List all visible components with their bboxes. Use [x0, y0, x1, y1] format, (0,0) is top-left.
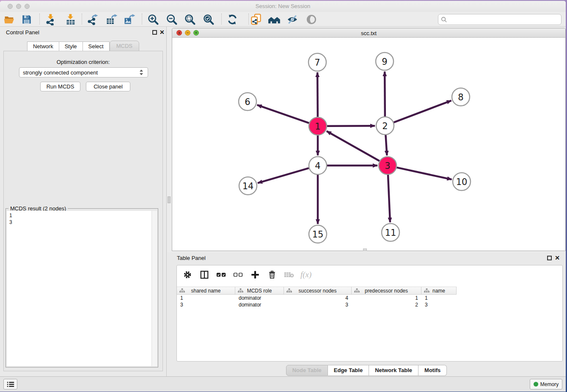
unselect-all-button[interactable]: [233, 269, 244, 280]
open-session-button[interactable]: [2, 13, 17, 26]
task-history-button[interactable]: [3, 379, 17, 389]
node-label-10: 10: [456, 177, 468, 187]
tab-motifs[interactable]: Motifs: [418, 365, 447, 376]
tab-select[interactable]: Select: [83, 41, 110, 52]
zoom-out-icon: [166, 14, 178, 25]
add-column-button[interactable]: [250, 269, 261, 280]
export-table-button[interactable]: [104, 13, 118, 26]
import-table-button[interactable]: [63, 13, 78, 26]
cell: 3: [421, 301, 457, 308]
save-floppy-icon: [21, 14, 32, 25]
columns-icon: [200, 270, 209, 279]
edge-3-11[interactable]: [388, 175, 390, 222]
run-mcds-button[interactable]: Run MCDS: [40, 82, 80, 91]
memory-status-icon: [534, 382, 538, 386]
node-label-3: 3: [385, 161, 390, 171]
node-label-8: 8: [458, 92, 463, 102]
select-all-button[interactable]: [216, 269, 227, 280]
horizontal-split-grip[interactable]: [363, 248, 367, 251]
column-header-predecessor-nodes[interactable]: predecessor nodes: [352, 287, 421, 295]
table-row[interactable]: 3dominator323: [177, 301, 457, 308]
table-toolbar: f(x): [177, 265, 562, 284]
close-panel-icon[interactable]: ✕: [160, 29, 165, 36]
edge-1-6[interactable]: [257, 105, 309, 123]
column-header-MCDS-role[interactable]: MCDS role: [235, 287, 284, 295]
apply-layout-button[interactable]: [225, 13, 239, 26]
cell: 1: [352, 295, 421, 301]
result-scrollbar[interactable]: [151, 211, 157, 366]
cell: dominator: [235, 295, 284, 301]
float-table-panel-icon[interactable]: [547, 256, 552, 260]
function-builder-button[interactable]: f(x): [300, 269, 311, 280]
tab-style[interactable]: Style: [59, 41, 83, 52]
column-header-successor-nodes[interactable]: successor nodes: [284, 287, 352, 295]
graphics-details-button[interactable]: [285, 13, 300, 26]
zoom-out-button[interactable]: [165, 13, 179, 26]
node-label-6: 6: [245, 97, 250, 107]
zoom-fit-button[interactable]: [183, 13, 197, 26]
float-panel-icon[interactable]: [152, 30, 157, 35]
new-network-from-selection-button[interactable]: [249, 13, 263, 26]
close-table-panel-icon[interactable]: ✕: [555, 254, 560, 261]
delete-table-icon: [284, 271, 294, 279]
edge-2-9[interactable]: [385, 72, 385, 116]
splitpane-divider-grip[interactable]: [168, 196, 171, 203]
zoom-selected-button[interactable]: [201, 13, 216, 26]
mcds-result-text[interactable]: 13: [7, 211, 151, 366]
zoom-selected-icon: [203, 14, 215, 25]
cell: dominator: [235, 301, 284, 308]
search-box[interactable]: [438, 14, 561, 25]
list-icon: [6, 381, 15, 388]
tab-edge-table[interactable]: Edge Table: [328, 365, 369, 376]
duplicate-network-icon: [250, 13, 262, 26]
edge-1-7[interactable]: [317, 72, 318, 117]
edge-1-2[interactable]: [327, 126, 375, 126]
network-window-titlebar[interactable]: x – + scc.txt: [172, 28, 565, 38]
search-input[interactable]: [449, 17, 559, 22]
save-session-button[interactable]: [19, 13, 34, 26]
main-toolbar: [0, 12, 566, 27]
first-neighbors-button[interactable]: [267, 13, 281, 26]
edge-2-8[interactable]: [394, 101, 451, 123]
table-settings-button[interactable]: [182, 269, 193, 280]
import-network-button[interactable]: [44, 13, 58, 26]
hide-panels-button[interactable]: [304, 13, 319, 26]
result-line: 3: [9, 219, 149, 226]
edge-3-1[interactable]: [327, 131, 380, 161]
delete-column-button[interactable]: [267, 269, 278, 280]
close-panel-button[interactable]: Close panel: [86, 82, 130, 91]
node-label-9: 9: [382, 57, 387, 67]
mcds-result-group: MCDS result (2 nodes) 13: [6, 208, 158, 367]
network-graph[interactable]: 7968124314101511: [172, 38, 565, 251]
mcds-panel: Optimization criterion: strongly connect…: [3, 51, 163, 371]
export-image-icon: [123, 14, 135, 25]
app-window: Session: New Session: [0, 1, 566, 392]
delete-table-button[interactable]: [284, 269, 295, 280]
memory-button[interactable]: Memory: [530, 379, 562, 389]
table-row[interactable]: 1dominator411: [177, 295, 457, 301]
column-header-name[interactable]: name: [421, 287, 457, 295]
optimization-criterion-select[interactable]: strongly connected component: [19, 67, 148, 77]
zoom-in-button[interactable]: [146, 13, 160, 26]
cell: 3: [177, 301, 235, 308]
show-columns-button[interactable]: [199, 269, 210, 280]
tab-network-table[interactable]: Network Table: [369, 365, 418, 376]
cell: 1: [177, 295, 235, 301]
cell: 2: [352, 301, 421, 308]
edge-3-10[interactable]: [396, 168, 451, 179]
gray-eye-icon: [306, 14, 317, 25]
tab-node-table[interactable]: Node Table: [286, 365, 328, 376]
optimization-criterion-label: Optimization criterion:: [4, 59, 162, 65]
edge-4-14[interactable]: [258, 168, 309, 183]
export-image-button[interactable]: [122, 13, 136, 26]
column-header-shared-name[interactable]: shared name: [177, 287, 235, 295]
edge-2-3[interactable]: [385, 135, 387, 155]
tab-mcds[interactable]: MCDS: [110, 41, 139, 52]
status-bar: Memory: [0, 376, 566, 392]
toolbar-separator: [82, 14, 82, 25]
fx-icon: f(x): [300, 270, 311, 279]
tab-network[interactable]: Network: [27, 41, 59, 52]
export-network-button[interactable]: [85, 13, 99, 26]
zoom-in-icon: [147, 14, 159, 25]
title-bar: Session: New Session: [0, 1, 566, 12]
